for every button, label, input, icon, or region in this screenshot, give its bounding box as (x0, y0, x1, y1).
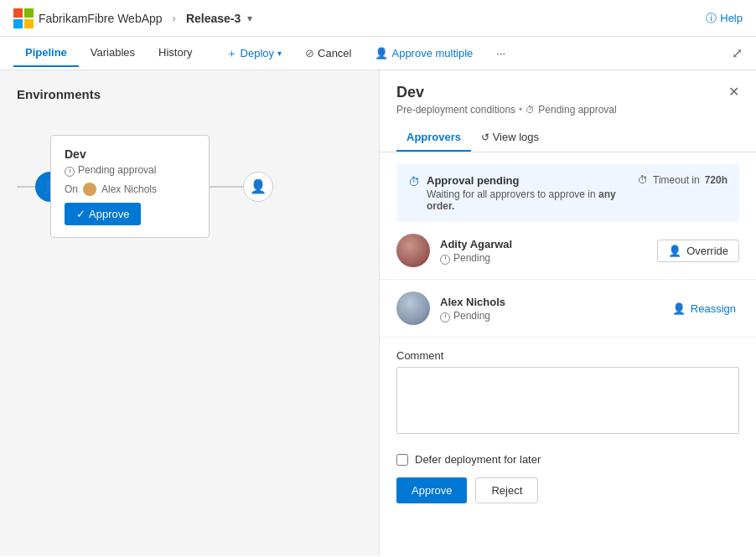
approver-status-2: Pending (440, 310, 659, 322)
env-user-name: Alex Nichols (101, 183, 157, 195)
approver-status-label-1: Pending (453, 252, 490, 264)
user-avatar-small (83, 183, 96, 196)
status-clock-icon-2 (440, 312, 450, 322)
top-bar: FabrikamFibre WebApp › Release-3 ▾ ⓘ Hel… (0, 0, 756, 37)
subtitle-status: Pending approval (538, 104, 616, 116)
notice-clock-icon: ⏱ (408, 175, 420, 188)
panel-tab-view-logs[interactable]: ↺ View logs (471, 124, 549, 152)
more-actions-button[interactable]: ··· (488, 43, 514, 64)
approver-row-1: Adity Agarwal Pending 👤 Override (380, 222, 756, 280)
pipeline-canvas: 👤 Dev Pending approval On Alex Nichols ✓ (17, 135, 362, 238)
subtitle-dot: • (519, 104, 522, 116)
notice-text: Approval pending Waiting for all approve… (427, 174, 638, 212)
defer-checkbox[interactable] (396, 454, 408, 466)
deploy-button[interactable]: ＋ Deploy ▾ (218, 42, 290, 65)
notice-desc-prefix: Waiting for all approvers to approve in (427, 188, 598, 200)
timeout-value: 720h (705, 174, 728, 186)
action-buttons: Approve Reject (380, 477, 756, 520)
override-icon: 👤 (668, 245, 681, 257)
right-panel-header: Dev Pre-deployment conditions • ⏱ Pendin… (380, 70, 756, 124)
deploy-chevron-icon: ▾ (277, 49, 282, 58)
reassign-person-icon: 👤 (672, 302, 686, 315)
defer-row: Defer deployment for later (380, 448, 756, 477)
env-dev-name: Dev (65, 147, 195, 161)
help-circle-icon: ⓘ (706, 11, 717, 26)
reject-action-button[interactable]: Reject (475, 477, 538, 503)
microsoft-logo-icon (13, 8, 34, 28)
person-icon: 👤 (375, 47, 388, 59)
notice-title: Approval pending (427, 174, 638, 187)
approve-multiple-button[interactable]: 👤 Approve multiple (366, 43, 481, 64)
comment-label: Comment (396, 349, 739, 362)
right-panel: Dev Pre-deployment conditions • ⏱ Pendin… (379, 70, 756, 556)
timeout-label: Timeout in (653, 174, 700, 186)
right-panel-title: Dev (396, 84, 617, 101)
cancel-button[interactable]: ⊘ Cancel (297, 43, 360, 64)
clock-icon (65, 167, 75, 177)
approver-name-1: Adity Agarwal (440, 238, 647, 250)
approver-avatar-2 (396, 291, 430, 325)
notice-desc: Waiting for all approvers to approve in … (427, 188, 638, 212)
on-label: On (65, 183, 78, 195)
approver-status-label-2: Pending (453, 310, 490, 322)
close-icon: ✕ (728, 85, 739, 99)
env-dev-user: On Alex Nichols (65, 183, 195, 196)
environments-title: Environments (17, 87, 362, 101)
env-dev-box: Dev Pending approval On Alex Nichols ✓ A… (50, 135, 210, 238)
subtitle-clock-icon: ⏱ (526, 105, 535, 115)
env-next-circle: 👤 (243, 172, 273, 202)
tab-history[interactable]: History (147, 39, 204, 67)
help-label: Help (720, 12, 743, 24)
panel-tabs: Approvers ↺ View logs (380, 124, 756, 152)
top-bar-right: ⓘ Help (706, 11, 743, 26)
approve-button-env[interactable]: ✓ Approve (65, 203, 141, 225)
breadcrumb-separator: › (173, 12, 176, 24)
override-label: Override (686, 245, 728, 257)
reassign-label: Reassign (691, 302, 736, 315)
nav-actions: ＋ Deploy ▾ ⊘ Cancel 👤 Approve multiple ·… (218, 42, 515, 65)
comment-input[interactable] (396, 367, 739, 434)
cancel-circle-icon: ⊘ (305, 47, 314, 59)
status-clock-icon-1 (440, 255, 450, 265)
notice-right: ⏱ Timeout in 720h (638, 174, 728, 186)
approval-notice: ⏱ Approval pending Waiting for all appro… (396, 164, 739, 222)
defer-label: Defer deployment for later (415, 453, 541, 466)
approve-btn-label: Approve (89, 208, 129, 220)
override-button[interactable]: 👤 Override (657, 240, 739, 262)
left-panel: Environments 👤 Dev Pending approval On (0, 70, 379, 556)
app-title: FabrikamFibre WebApp (39, 12, 163, 25)
person-next-icon: 👤 (250, 178, 267, 194)
approver-avatar-1 (396, 234, 430, 267)
right-panel-subtitle: Pre-deployment conditions • ⏱ Pending ap… (396, 104, 617, 116)
reassign-button[interactable]: 👤 Reassign (669, 298, 739, 319)
approve-action-button[interactable]: Approve (396, 477, 467, 503)
release-name: Release-3 (186, 12, 241, 25)
check-icon: ✓ (76, 208, 85, 220)
refresh-icon: ↺ (481, 132, 489, 143)
env-dev-status: Pending approval (65, 164, 195, 176)
tab-pipeline[interactable]: Pipeline (13, 39, 79, 67)
env-dev-container: 👤 Dev Pending approval On Alex Nichols ✓ (50, 135, 210, 238)
help-link[interactable]: ⓘ Help (706, 11, 743, 26)
conditions-label: Pre-deployment conditions (396, 104, 515, 116)
approver-name-2: Alex Nichols (440, 296, 659, 308)
tab-variables[interactable]: Variables (79, 39, 147, 67)
notice-left: ⏱ Approval pending Waiting for all appro… (408, 174, 638, 212)
connector-line-right (210, 186, 243, 188)
ellipsis-icon: ··· (496, 47, 505, 59)
approver-row-2: Alex Nichols Pending 👤 Reassign (380, 280, 756, 338)
expand-button[interactable]: ⤢ (732, 45, 743, 61)
panel-tab-approvers[interactable]: Approvers (396, 124, 471, 152)
close-panel-button[interactable]: ✕ (728, 84, 739, 100)
nav-tabs-bar: Pipeline Variables History ＋ Deploy ▾ ⊘ … (0, 37, 756, 70)
release-dropdown-btn[interactable]: ▾ (247, 13, 252, 24)
app-logo-area: FabrikamFibre WebApp (13, 8, 163, 28)
approver-status-1: Pending (440, 252, 647, 264)
env-status-label: Pending approval (78, 164, 156, 176)
comment-section: Comment (380, 338, 756, 448)
timeout-icon: ⏱ (638, 174, 648, 186)
plus-icon: ＋ (226, 46, 237, 61)
approver-info-1: Adity Agarwal Pending (440, 238, 647, 264)
right-panel-title-area: Dev Pre-deployment conditions • ⏱ Pendin… (396, 84, 617, 116)
approver-info-2: Alex Nichols Pending (440, 296, 659, 322)
